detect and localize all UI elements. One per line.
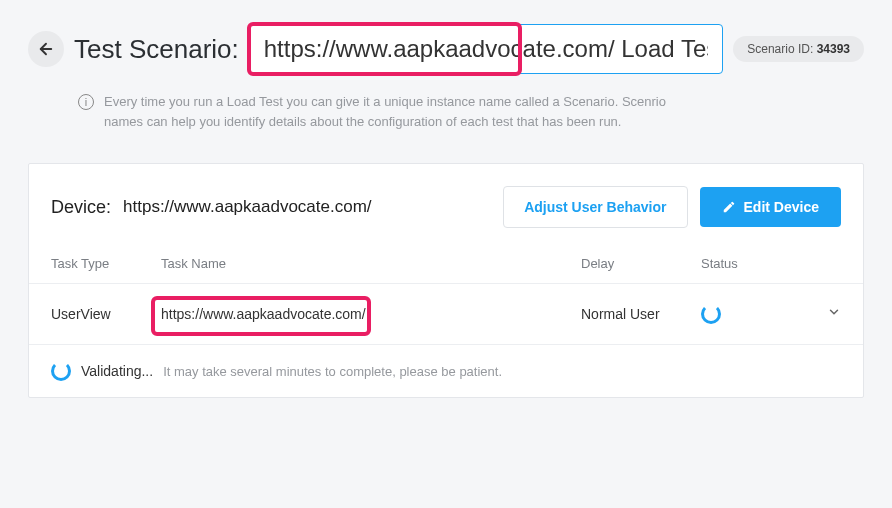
cell-status (701, 304, 801, 324)
cell-task-name: https://www.aapkaadvocate.com/ (161, 306, 581, 322)
column-status: Status (701, 256, 801, 271)
pencil-icon (722, 200, 736, 214)
scenario-id-label: Scenario ID: (747, 42, 813, 56)
cell-delay: Normal User (581, 306, 701, 322)
chevron-down-icon (827, 305, 841, 319)
adjust-user-behavior-button[interactable]: Adjust User Behavior (503, 186, 687, 228)
table-row[interactable]: UserView https://www.aapkaadvocate.com/ … (29, 284, 863, 345)
task-table-header: Task Type Task Name Delay Status (29, 246, 863, 284)
back-button[interactable] (28, 31, 64, 67)
expand-row-button[interactable] (801, 305, 841, 323)
validating-row: Validating... It may take several minute… (29, 345, 863, 397)
info-text: Every time you run a Load Test you can g… (104, 92, 684, 131)
spinner-icon (701, 304, 721, 324)
column-delay: Delay (581, 256, 701, 271)
arrow-left-icon (37, 40, 55, 58)
edit-device-label: Edit Device (744, 199, 819, 215)
device-label: Device: (51, 197, 111, 218)
spinner-icon (51, 361, 71, 381)
scenario-id-value: 34393 (817, 42, 850, 56)
validating-label: Validating... (81, 363, 153, 379)
column-task-name: Task Name (161, 256, 581, 271)
cell-task-type: UserView (51, 306, 161, 322)
device-url: https://www.aapkaadvocate.com/ (123, 197, 372, 217)
scenario-label: Test Scenario: (74, 34, 239, 65)
device-card: Device: https://www.aapkaadvocate.com/ A… (28, 163, 864, 398)
info-icon: i (78, 94, 94, 110)
scenario-name-input[interactable] (249, 24, 724, 74)
validating-note: It may take several minutes to complete,… (163, 364, 502, 379)
column-task-type: Task Type (51, 256, 161, 271)
edit-device-button[interactable]: Edit Device (700, 187, 841, 227)
scenario-id-badge: Scenario ID: 34393 (733, 36, 864, 62)
